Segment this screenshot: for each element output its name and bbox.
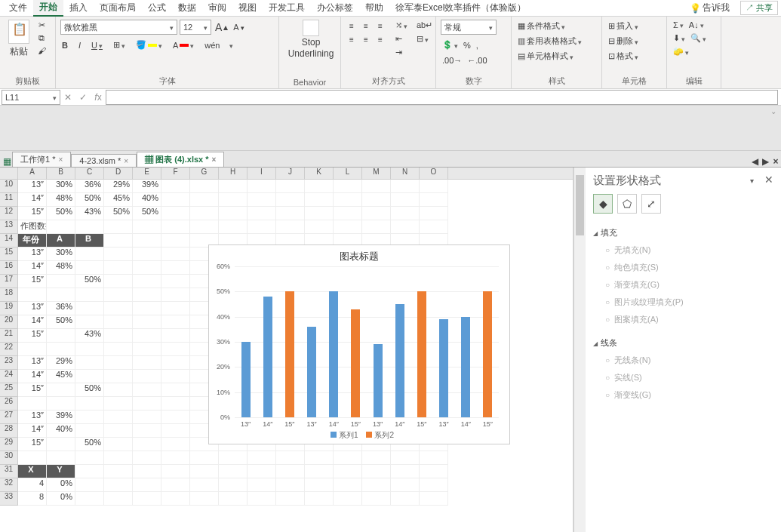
cell[interactable] [104,288,133,302]
workbook-tab[interactable]: ▦ 图表 (4).xlsx *× [137,152,224,167]
format-painter-icon[interactable]: 🖌 [36,45,47,56]
cell[interactable] [133,343,161,356]
cell[interactable] [334,220,362,234]
paste-button[interactable]: 粘贴 [5,20,33,74]
cell[interactable] [75,315,104,329]
cell[interactable] [161,478,190,492]
cell[interactable]: 15″ [18,383,47,397]
shrink-font-icon[interactable]: A▾ [232,22,245,32]
cell[interactable] [104,465,133,478]
line-option[interactable]: 无线条(N) [593,352,773,369]
menu-view[interactable]: 视图 [232,0,263,16]
cell[interactable]: 作图数据 [18,220,47,234]
cell[interactable]: 13″ [18,180,47,193]
cell[interactable] [190,451,219,465]
window-close-icon[interactable]: × [770,156,781,167]
column-header[interactable]: N [391,168,420,179]
fill-icon[interactable]: ⬇ [672,32,687,44]
cell[interactable] [104,370,133,383]
cell[interactable] [161,397,190,411]
fill-option[interactable]: 图案填充(A) [593,311,773,328]
formula-bar-expand-icon[interactable]: ⌄ [770,107,776,115]
cell[interactable] [276,207,305,220]
cell[interactable]: 40% [47,424,75,438]
cell[interactable] [420,180,448,193]
row-header[interactable]: 19 [0,302,18,315]
cell[interactable] [75,397,104,411]
size-tab-icon[interactable]: ⤢ [641,194,661,214]
tell-me-icon[interactable] [690,3,701,14]
effects-tab-icon[interactable]: ⬠ [617,194,637,214]
cell[interactable] [47,329,75,343]
cell[interactable] [75,261,104,275]
workbook-tab[interactable]: 4-23.xlsm *× [71,154,137,167]
row-header[interactable]: 25 [0,383,18,397]
column-header[interactable]: O [420,168,448,179]
cell[interactable] [276,465,305,478]
cell[interactable] [305,478,334,492]
menu-help[interactable]: 帮助 [359,0,389,16]
cell[interactable] [75,302,104,315]
cell[interactable]: 50% [75,275,104,288]
align-bottom-icon[interactable]: ≡ [374,20,386,32]
cell[interactable] [248,451,276,465]
cell[interactable] [104,234,133,248]
fill-option[interactable]: 渐变填充(G) [593,276,773,294]
tab-next-icon[interactable]: ▶ [760,156,770,167]
cell[interactable] [104,248,133,261]
fill-line-tab-icon[interactable]: ◆ [593,194,613,214]
sidebar-options-icon[interactable]: ▾ [750,177,754,185]
cell[interactable] [133,248,161,261]
cell[interactable]: 39% [47,411,75,424]
cell[interactable] [133,411,161,424]
cell[interactable] [133,492,161,506]
cell[interactable] [276,451,305,465]
cell[interactable]: 50% [75,193,104,207]
cell[interactable]: 15″ [18,207,47,220]
column-header[interactable]: K [305,168,334,179]
cell[interactable]: B [75,234,104,248]
fill-option[interactable]: 无填充(N) [593,241,773,259]
cell[interactable] [248,207,276,220]
name-box[interactable]: L11 [2,90,60,105]
row-header[interactable]: 22 [0,343,18,356]
cell[interactable] [248,220,276,234]
cell[interactable] [219,193,248,207]
cell[interactable] [161,302,190,315]
cell[interactable] [133,302,161,315]
cell[interactable] [133,356,161,370]
close-icon[interactable]: × [212,155,217,164]
cell[interactable] [18,397,47,411]
align-left-icon[interactable]: ≡ [346,33,358,45]
menu-file[interactable]: 文件 [3,0,33,16]
sort-filter-icon[interactable]: A↓ [687,20,706,30]
row-header[interactable]: 10 [0,180,18,193]
increase-decimal-icon[interactable]: .00→ [441,55,463,66]
behavior-button[interactable]: Stop Underlining [284,20,338,76]
cell[interactable] [420,207,448,220]
cell[interactable] [47,220,75,234]
cell[interactable] [305,193,334,207]
row-header[interactable]: 18 [0,288,18,302]
cell[interactable]: 14″ [18,193,47,207]
cell[interactable] [362,478,391,492]
menu-page-layout[interactable]: 页面布局 [94,0,142,16]
cell[interactable] [133,220,161,234]
menu-plugin[interactable]: 徐军泰Excel效率插件（体验版） [389,0,532,16]
menu-home[interactable]: 开始 [33,0,63,17]
cell[interactable] [133,397,161,411]
cell[interactable] [104,302,133,315]
cell[interactable] [47,383,75,397]
fill-section-head[interactable]: 填充 [593,224,773,241]
cell[interactable]: 50% [104,207,133,220]
cell[interactable] [305,207,334,220]
cell[interactable] [334,451,362,465]
cell[interactable] [75,288,104,302]
indent-decrease-icon[interactable]: ⇤ [394,33,409,45]
cell[interactable]: 48% [47,193,75,207]
column-header[interactable]: F [161,168,190,179]
cell[interactable] [104,329,133,343]
cell[interactable] [133,478,161,492]
cell[interactable] [133,234,161,248]
worksheet-grid[interactable]: ABCDEFGHIJKLMNO 1013″30%36%29%39%1114″48… [0,168,573,532]
